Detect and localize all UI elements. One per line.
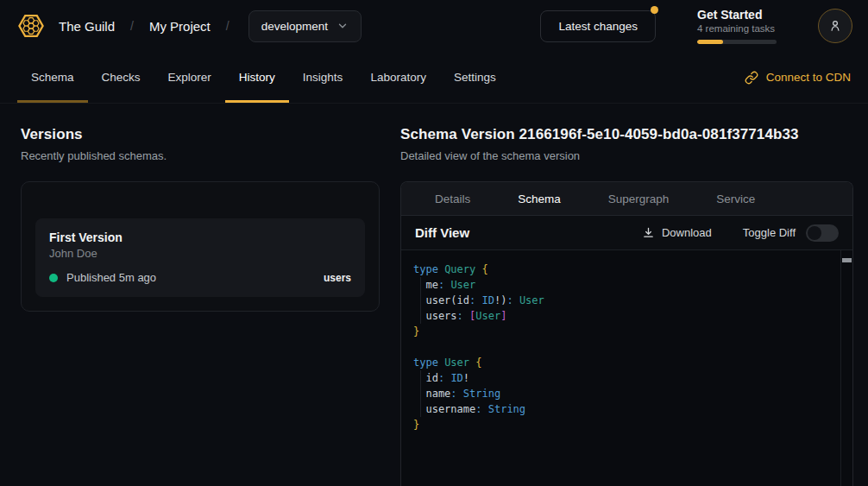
main-nav: Schema Checks Explorer History Insights … — [0, 52, 868, 104]
code-scrollbar[interactable] — [840, 250, 852, 486]
download-icon — [642, 226, 655, 239]
schema-version-subtitle: Detailed view of the schema version — [400, 149, 853, 162]
target-selector-value: development — [261, 20, 328, 33]
detail-tabs: Details Schema Supergraph — [401, 182, 852, 216]
tab-schema-view[interactable]: Schema — [496, 192, 561, 205]
tab-supergraph[interactable]: Supergraph — [587, 192, 670, 205]
connect-cdn-link[interactable]: Connect to CDN — [745, 52, 851, 103]
app-header: The Guild / My Project / development Lat… — [0, 0, 868, 52]
cube-icon — [695, 192, 708, 205]
versions-panel: Versions Recently published schemas. Fir… — [21, 126, 380, 486]
schema-version-title: Schema Version 2166196f-5e10-4059-bd0a-0… — [400, 126, 853, 143]
breadcrumb-separator: / — [130, 19, 134, 33]
schema-version-panel: Schema Version 2166196f-5e10-4059-bd0a-0… — [400, 126, 853, 486]
app-root: The Guild / My Project / development Lat… — [0, 0, 868, 486]
get-started-title: Get Started — [697, 8, 777, 22]
versions-title: Versions — [21, 126, 380, 143]
version-author: John Doe — [49, 247, 351, 260]
schema-code-viewer: type Query { me: User user(id: ID!): Use… — [401, 250, 852, 486]
breadcrumb-separator: / — [226, 19, 230, 33]
scrollbar-thumb[interactable] — [842, 258, 852, 262]
diff-view-title: Diff View — [415, 225, 469, 240]
tab-explorer[interactable]: Explorer — [154, 52, 225, 103]
get-started-widget[interactable]: Get Started 4 remaining tasks — [697, 8, 777, 44]
tab-checks[interactable]: Checks — [88, 52, 154, 103]
tab-details[interactable]: Details — [413, 192, 470, 205]
tab-insights[interactable]: Insights — [289, 52, 357, 103]
latest-changes-button[interactable]: Latest changes — [540, 10, 656, 42]
tab-settings[interactable]: Settings — [440, 52, 510, 103]
get-started-subtitle: 4 remaining tasks — [697, 23, 777, 34]
toggle-diff-switch[interactable] — [806, 224, 839, 242]
person-icon — [827, 18, 843, 34]
main-content: Versions Recently published schemas. Fir… — [0, 104, 868, 486]
columns-icon — [496, 192, 510, 205]
hive-logo-icon[interactable] — [17, 12, 45, 40]
get-started-progressbar — [697, 40, 777, 44]
connect-cdn-label: Connect to CDN — [766, 71, 851, 84]
diff-toolbar: Diff View Download Toggle Diff — [401, 216, 852, 250]
toggle-diff-label: Toggle Diff — [743, 226, 796, 239]
target-selector[interactable]: development — [248, 10, 362, 42]
schema-detail-card: Details Schema Supergraph — [400, 181, 853, 486]
breadcrumb-project[interactable]: My Project — [149, 19, 211, 34]
tab-laboratory[interactable]: Laboratory — [356, 52, 440, 103]
tab-service[interactable]: Service — [695, 192, 755, 205]
breadcrumb-org[interactable]: The Guild — [59, 19, 115, 34]
code-content: type Query { me: User user(id: ID!): Use… — [401, 250, 852, 444]
version-status: Published 5m ago — [66, 271, 156, 284]
tab-schema[interactable]: Schema — [17, 52, 88, 103]
download-button[interactable]: Download — [642, 226, 712, 239]
published-status-dot — [49, 274, 58, 282]
user-avatar[interactable] — [818, 9, 852, 43]
list-icon — [413, 192, 427, 205]
version-list-item[interactable]: First Version John Doe Published 5m ago … — [35, 218, 365, 297]
versions-card: First Version John Doe Published 5m ago … — [21, 181, 380, 312]
link-icon — [745, 71, 758, 85]
breadcrumb: The Guild / My Project / development — [59, 10, 362, 42]
progress-fill — [697, 40, 723, 44]
tab-history[interactable]: History — [225, 52, 289, 103]
version-name: First Version — [49, 230, 351, 244]
chevron-down-icon — [337, 20, 349, 32]
columns-icon — [587, 192, 601, 205]
version-service-badge: users — [324, 272, 351, 284]
versions-subtitle: Recently published schemas. — [21, 149, 380, 162]
notification-dot — [651, 6, 658, 14]
